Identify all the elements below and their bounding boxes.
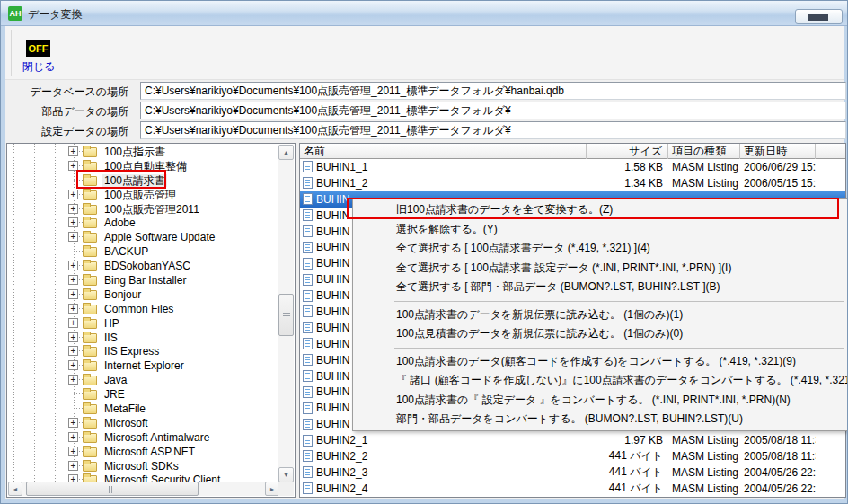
tree-item[interactable]: BACKUP: [7, 244, 278, 259]
expand-plus-icon[interactable]: +: [68, 318, 78, 328]
file-row[interactable]: BUHIN1_21.34 KBMASM Listing2006/05/15 15…: [300, 175, 845, 191]
expand-plus-icon[interactable]: +: [68, 204, 78, 214]
tree-item-label[interactable]: 100点指示書: [102, 146, 167, 158]
tree-item-label[interactable]: Microsoft ASP.NET: [102, 446, 197, 458]
tree-item[interactable]: +Microsoft ASP.NET: [7, 445, 278, 459]
context-menu-item[interactable]: 全て選択する [ 100点請求書 設定データ (*.INI, PRINT*.IN…: [353, 259, 848, 279]
expand-plus-icon[interactable]: +: [68, 418, 78, 428]
context-menu-item[interactable]: 100点見積書のデータを新規伝票に読み込む。 (1個のみ)(0): [353, 324, 848, 344]
close-button-label[interactable]: 閉じる: [15, 59, 62, 75]
context-menu-item[interactable]: 100点請求書の『 設定データ 』をコンバートする。 (*.INI, PRINT…: [353, 391, 848, 411]
expand-plus-icon[interactable]: +: [68, 360, 78, 370]
tree-item-label[interactable]: Adobe: [102, 217, 137, 229]
context-menu-item[interactable]: 100点請求書のデータを新規伝票に読み込む。 (1個のみ)(1): [353, 305, 848, 325]
scroll-down-icon[interactable]: ▼: [278, 467, 294, 482]
minimize-button[interactable]: [795, 9, 843, 24]
tree-item[interactable]: +Microsoft: [7, 416, 278, 430]
scroll-up-icon[interactable]: ▲: [278, 145, 294, 160]
tree-item-label[interactable]: MetaFile: [102, 402, 147, 415]
tree-item[interactable]: +Adobe: [7, 216, 278, 230]
tree-item[interactable]: +Internet Explorer: [7, 358, 278, 373]
tree-item-label[interactable]: Bonjour: [102, 288, 143, 301]
tree-item-label[interactable]: Microsoft: [102, 417, 150, 429]
database-path-field[interactable]: C:¥Users¥narikiyo¥Documents¥100点販売管理_201…: [140, 82, 846, 100]
tree-item[interactable]: +IIS Express: [7, 344, 278, 358]
column-header-modified[interactable]: 更新日時: [740, 144, 816, 159]
file-row[interactable]: BUHIN2_3441 バイトMASM Listing2004/05/26 22…: [300, 464, 845, 481]
document-icon: [303, 242, 313, 253]
tree-item-label[interactable]: HP: [102, 317, 121, 330]
tree-item[interactable]: MetaFile: [7, 402, 278, 416]
tree-item-label[interactable]: 100点販売管理2011: [102, 203, 201, 216]
expand-plus-icon[interactable]: +: [68, 461, 78, 471]
tree-item[interactable]: +Bonjour: [7, 287, 278, 302]
tree-item[interactable]: +Apple Software Update: [7, 230, 278, 244]
context-menu-item[interactable]: 全て選択する [ 100点請求書データ (*.419, *.321) ](4): [353, 239, 848, 259]
tree-item-label[interactable]: BDSokobanYASC: [102, 260, 192, 272]
expand-plus-icon[interactable]: +: [68, 332, 78, 342]
context-menu-item[interactable]: 部門・部品データをコンバートする。 (BUMON?.LST, BUHIN?.LS…: [353, 410, 848, 429]
folder-icon: [83, 433, 97, 443]
file-row[interactable]: BUHIN2_11.97 KBMASM Listing2005/08/18 11…: [300, 432, 845, 448]
tree-item[interactable]: +HP: [7, 316, 278, 331]
expand-plus-icon[interactable]: +: [68, 304, 78, 314]
tree-item-label[interactable]: Internet Explorer: [102, 359, 186, 372]
file-row[interactable]: BUHIN2_4441 バイトMASM Listing2004/05/26 22…: [300, 481, 845, 497]
tree-item-label[interactable]: Bing Bar Installer: [102, 274, 188, 287]
tree-item[interactable]: +Microsoft SDKs: [7, 459, 278, 473]
tree-item-label[interactable]: Java: [102, 374, 128, 386]
file-type: MASM Listing: [668, 177, 740, 190]
horizontal-scroll-thumb[interactable]: [26, 482, 199, 496]
file-row[interactable]: BUHIN1_11.58 KBMASM Listing2006/06/29 15…: [300, 159, 845, 175]
file-row[interactable]: BUHIN2_2441 バイトMASM Listing2005/08/18 11…: [300, 448, 845, 464]
path-row-settings: 設定データの場所 C:¥Users¥narikiyo¥Documents¥100…: [5, 121, 844, 140]
tree-item-label[interactable]: IIS: [102, 332, 119, 344]
expand-plus-icon[interactable]: +: [68, 447, 78, 456]
expand-plus-icon[interactable]: +: [68, 217, 78, 227]
tree-item-label[interactable]: Microsoft SDKs: [102, 460, 181, 473]
context-menu-item[interactable]: 選択を解除する。(Y): [353, 220, 848, 240]
context-menu-item[interactable]: 『 諸口 (顧客コードを作成しない)』に100点請求書のデータをコンバートする。…: [353, 371, 848, 391]
expand-plus-icon[interactable]: +: [68, 261, 78, 270]
document-icon: [303, 290, 313, 302]
tree-item-label[interactable]: JRE: [102, 388, 127, 401]
expand-plus-icon[interactable]: +: [68, 432, 78, 442]
expand-plus-icon[interactable]: +: [68, 146, 78, 156]
column-header-size[interactable]: サイズ: [587, 144, 668, 159]
tree-item[interactable]: +Microsoft Antimalware: [7, 430, 278, 445]
off-button[interactable]: OFF: [26, 40, 50, 57]
tree-item[interactable]: +100点指示書: [7, 145, 278, 159]
tree-item-label[interactable]: Common Files: [102, 303, 175, 315]
context-menu-item[interactable]: 全て選択する [ 部門・部品データ (BUMON?.LST, BUHIN?.LS…: [353, 278, 848, 297]
tree-item-label[interactable]: BACKUP: [102, 245, 150, 258]
tree-item[interactable]: +Common Files: [7, 302, 278, 316]
expand-plus-icon[interactable]: +: [68, 289, 78, 299]
tree-item-label[interactable]: Microsoft Antimalware: [102, 431, 211, 444]
tree-item[interactable]: JRE: [7, 387, 278, 402]
expand-plus-icon[interactable]: +: [68, 190, 78, 199]
tree-item[interactable]: +100点販売管理: [7, 188, 278, 202]
tree-item[interactable]: +100点販売管理2011: [7, 202, 278, 217]
context-menu-item[interactable]: 100点請求書のデータ(顧客コードを作成する)をコンバートする。 (*.419,…: [353, 352, 848, 372]
column-header-name[interactable]: 名前: [300, 144, 587, 159]
expand-plus-icon[interactable]: +: [68, 346, 78, 356]
expand-plus-icon[interactable]: +: [68, 275, 78, 285]
tree-horizontal-scrollbar[interactable]: ◄ ►: [8, 482, 279, 496]
expand-plus-icon[interactable]: +: [68, 232, 78, 242]
tree-vertical-scrollbar[interactable]: ▲ ▼: [278, 145, 294, 482]
tree-item[interactable]: +IIS: [7, 331, 278, 345]
tree-item-label[interactable]: Apple Software Update: [102, 231, 216, 243]
tree-item[interactable]: +Bing Bar Installer: [7, 273, 278, 287]
scroll-left-icon[interactable]: ◄: [8, 482, 22, 496]
toolbar-separator: [66, 30, 66, 76]
tree-item-label[interactable]: IIS Express: [102, 345, 161, 358]
vertical-scroll-thumb[interactable]: [278, 294, 294, 336]
tree-item[interactable]: +BDSokobanYASC: [7, 259, 278, 273]
title-bar[interactable]: AH データ変換: [1, 1, 847, 26]
column-header-type[interactable]: 項目の種類: [668, 144, 740, 159]
parts-path-field[interactable]: C:¥Users¥narikiyo¥Documents¥100点販売管理_201…: [140, 102, 846, 119]
tree-item[interactable]: +Java: [7, 373, 278, 387]
expand-plus-icon[interactable]: +: [68, 375, 78, 385]
tree-item-label[interactable]: 100点販売管理: [102, 189, 178, 201]
settings-path-field[interactable]: C:¥Users¥narikiyo¥Documents¥100点販売管理_201…: [140, 121, 846, 139]
